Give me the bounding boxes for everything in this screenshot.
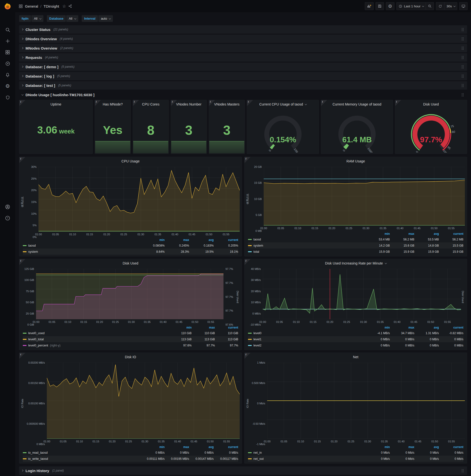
legend-series-toggle[interactable]: taosd: [248, 238, 365, 241]
legend-col-avg[interactable]: avg: [414, 445, 439, 449]
legend-col-max[interactable]: max: [390, 326, 414, 329]
legend-series-toggle[interactable]: system: [248, 244, 365, 247]
breadcrumb-dashboard[interactable]: TDinsight: [44, 4, 59, 8]
panel-info-icon[interactable]: i: [321, 100, 327, 106]
panel-title[interactable]: RAM Usage: [245, 157, 467, 165]
gauge-current-cpu-usage-of-taosd[interactable]: 01000.154%: [248, 109, 318, 153]
row-drag-handle[interactable]: [462, 28, 464, 31]
dashboard-row-login-history[interactable]: Login History (1 panel): [19, 466, 467, 475]
legend-series-toggle[interactable]: level2: [248, 344, 365, 347]
row-drag-handle[interactable]: [462, 65, 464, 68]
panel-title[interactable]: Disk IO: [19, 353, 242, 361]
plot-area[interactable]: [36, 269, 223, 319]
sidebar-item-help[interactable]: ?: [2, 213, 13, 223]
refresh-interval-picker[interactable]: 30s: [444, 2, 457, 10]
dashboard-settings-button[interactable]: ⚙: [386, 2, 394, 10]
panel-info-icon[interactable]: i: [245, 353, 251, 359]
sidebar-item-shield[interactable]: [2, 93, 13, 102]
plot-area[interactable]: [264, 167, 465, 225]
legend-series-toggle[interactable]: io_write_taosd: [23, 457, 140, 460]
panel-title[interactable]: Current CPU Usage of taosd: [247, 100, 319, 108]
legend-col-min[interactable]: min: [365, 445, 390, 449]
legend-col-min[interactable]: min: [168, 326, 192, 329]
legend-col-current[interactable]: current: [215, 326, 238, 329]
row-drag-handle[interactable]: [462, 84, 464, 87]
legend-series-toggle[interactable]: level1: [248, 338, 365, 341]
panel-title[interactable]: Uptime: [19, 100, 92, 108]
legend-series-toggle[interactable]: total: [248, 250, 365, 254]
legend-col-avg[interactable]: avg: [414, 232, 439, 236]
legend-col-max[interactable]: max: [165, 445, 189, 449]
dashboard-row-database-log[interactable]: Database: [ log ] (5 panels): [19, 72, 467, 80]
sidebar-item-avatar[interactable]: [2, 202, 13, 211]
panel-info-icon[interactable]: i: [247, 100, 253, 106]
panel-info-icon[interactable]: i: [19, 259, 25, 265]
add-panel-button[interactable]: [365, 2, 374, 10]
legend-series-toggle[interactable]: io_read_taosd: [23, 451, 140, 454]
legend-col-avg[interactable]: avg: [189, 238, 214, 242]
dashboard-row-cluster-status[interactable]: Cluster Status (21 panels): [19, 25, 467, 34]
legend-col-max[interactable]: max: [390, 445, 414, 449]
legend-col-avg[interactable]: avg: [189, 445, 214, 449]
dashboard-row-mnodes-overview[interactable]: MNodes Overview (2 panels): [19, 44, 467, 52]
row-drag-handle[interactable]: [462, 56, 464, 59]
cycle-view-mode-button[interactable]: [459, 2, 468, 10]
legend-col-current[interactable]: current: [439, 445, 463, 449]
variable-label[interactable]: Database: [47, 15, 66, 22]
variable-value-dropdown[interactable]: auto: [98, 15, 113, 22]
legend-col-min[interactable]: min: [365, 232, 390, 236]
time-range-picker[interactable]: Last 1 hour: [396, 2, 426, 10]
legend-col-current[interactable]: current: [214, 238, 238, 242]
dashboard-row-dnode-usage-huolinhe-tm1701-6030[interactable]: DNode Usage [ huolinhe-TM1701:6030 ]: [19, 90, 467, 99]
legend-series-toggle[interactable]: net_out: [248, 457, 365, 460]
row-drag-handle[interactable]: [462, 47, 464, 50]
variable-label[interactable]: Interval: [82, 15, 98, 22]
panel-info-icon[interactable]: i: [171, 100, 177, 106]
legend-col-current[interactable]: current: [439, 326, 463, 329]
panel-title[interactable]: Net: [245, 353, 467, 361]
panel-title[interactable]: CPU Usage: [19, 157, 242, 165]
plot-ram-usage[interactable]: [264, 167, 465, 225]
panel-info-icon[interactable]: i: [209, 100, 215, 106]
row-drag-handle[interactable]: [462, 93, 464, 96]
plot-area[interactable]: [263, 269, 461, 319]
zoom-out-time-button[interactable]: [426, 2, 434, 10]
legend-series-toggle[interactable]: level0_percent (right-y): [23, 344, 168, 347]
legend-series-toggle[interactable]: level0: [248, 331, 365, 335]
sidebar-item-explore[interactable]: [2, 59, 13, 68]
panel-info-icon[interactable]: i: [19, 100, 25, 106]
sidebar-item-dashboards[interactable]: [2, 48, 13, 57]
dashboard-row-database-test[interactable]: Database: [ test ] (5 panels): [19, 81, 467, 89]
panel-title[interactable]: Disk Used Increasing Rate per Minute: [245, 259, 467, 268]
plot-disk-rate[interactable]: [263, 269, 461, 319]
grafana-logo[interactable]: [0, 0, 15, 12]
legend-col-max[interactable]: max: [390, 232, 414, 236]
dashboard-row-database-demo[interactable]: Database: [ demo ] (5 panels): [19, 63, 467, 71]
save-dashboard-button[interactable]: [376, 2, 384, 10]
legend-series-toggle[interactable]: level0_total: [23, 338, 168, 341]
sidebar-item-plus[interactable]: [2, 36, 13, 46]
gauge-disk-used[interactable]: 075809510097.7%: [396, 109, 466, 153]
panel-title[interactable]: Disk Used: [19, 259, 242, 268]
dashboard-grid-icon[interactable]: [19, 4, 23, 8]
refresh-button[interactable]: [436, 2, 444, 10]
sidebar-item-alerts[interactable]: [2, 70, 13, 80]
legend-col-min[interactable]: min: [140, 238, 165, 242]
plot-cpu-usage[interactable]: [38, 167, 240, 232]
plot-area[interactable]: [267, 363, 465, 439]
row-drag-handle[interactable]: [462, 37, 464, 40]
legend-col-max[interactable]: max: [165, 238, 189, 242]
star-icon[interactable]: ☆: [62, 4, 66, 8]
legend-col-current[interactable]: current: [439, 232, 463, 236]
dashboard-row-requests[interactable]: Requests (4 panels): [19, 53, 467, 62]
panel-info-icon[interactable]: i: [245, 259, 251, 265]
breadcrumb-folder[interactable]: General: [25, 4, 38, 8]
sidebar-item-search[interactable]: [2, 25, 13, 34]
legend-col-min[interactable]: min: [365, 326, 390, 329]
panel-info-icon[interactable]: i: [133, 100, 139, 106]
legend-series-toggle[interactable]: level0_used: [23, 331, 168, 335]
dashboard-row-dnodes-overview[interactable]: DNodes Overview (4 panels): [19, 34, 467, 43]
legend-series-toggle[interactable]: taosd: [23, 244, 140, 247]
panel-info-icon[interactable]: i: [95, 100, 101, 106]
plot-net[interactable]: [267, 363, 465, 439]
